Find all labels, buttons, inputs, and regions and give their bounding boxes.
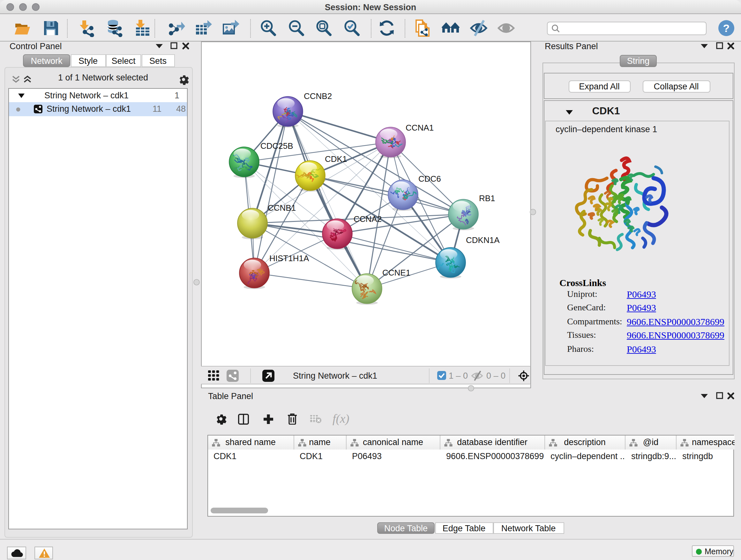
- svg-text:CCNE1: CCNE1: [382, 268, 410, 277]
- svg-text:HIST1H1A: HIST1H1A: [269, 253, 309, 263]
- svg-text:CDK1: CDK1: [325, 154, 347, 164]
- svg-text:CDC25B: CDC25B: [260, 141, 293, 151]
- svg-text:CCNB2: CCNB2: [304, 91, 332, 101]
- svg-text:?: ?: [723, 22, 730, 34]
- svg-text:RB1: RB1: [479, 193, 495, 203]
- svg-text:CCNA2: CCNA2: [354, 214, 382, 224]
- svg-text:CDC6: CDC6: [418, 174, 441, 184]
- svg-text:CCNB1: CCNB1: [268, 203, 296, 212]
- svg-text:CCNA1: CCNA1: [406, 123, 434, 132]
- svg-text:CDKN1A: CDKN1A: [466, 235, 500, 245]
